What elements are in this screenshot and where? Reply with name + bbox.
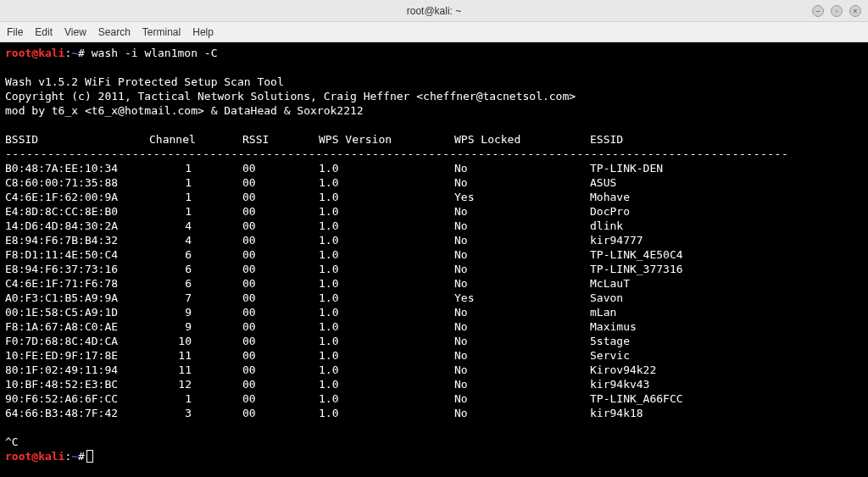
cell-wps_locked: No — [454, 276, 590, 291]
table-row: F0:7D:68:8C:4D:CA10001.0No5stage — [5, 334, 814, 348]
cell-wps_locked: No — [454, 247, 590, 262]
cell-wps_version: 1.0 — [319, 262, 454, 276]
cell-channel: 11 — [149, 348, 242, 363]
cell-wps_version: 1.0 — [319, 319, 454, 334]
table-row: C4:6E:1F:71:F6:786001.0NoMcLauT — [5, 276, 814, 291]
cell-essid: TP-LINK_377316 — [590, 262, 814, 276]
table-row: F8:1A:67:A8:C0:AE9001.0NoMaximus — [5, 319, 814, 334]
cell-essid: Mohave — [590, 190, 814, 204]
cell-wps_version: 1.0 — [319, 233, 454, 247]
cell-rssi: 00 — [242, 406, 319, 420]
cell-essid: TP-LINK_A66FCC — [590, 391, 814, 406]
cell-rssi: 00 — [242, 219, 319, 233]
banner-line-3: mod by t6_x <t6_x@hotmail.com> & DataHea… — [5, 104, 364, 117]
cell-essid: DocPro — [590, 204, 814, 219]
cell-rssi: 00 — [242, 276, 319, 291]
menu-edit[interactable]: Edit — [35, 26, 53, 38]
cell-wps_version: 1.0 — [319, 291, 454, 305]
cell-wps_locked: Yes — [454, 291, 590, 305]
table-row: B0:48:7A:EE:10:341001.0NoTP-LINK-DEN — [5, 161, 814, 175]
menu-view[interactable]: View — [64, 26, 86, 38]
cell-essid: McLauT — [590, 276, 814, 291]
col-rssi: RSSI — [242, 132, 319, 147]
cell-wps_version: 1.0 — [319, 175, 454, 190]
cell-essid: mLan — [590, 305, 814, 319]
titlebar[interactable]: root@kali: ~ – ◦ × — [0, 0, 868, 22]
cell-rssi: 00 — [242, 319, 319, 334]
cell-wps_version: 1.0 — [319, 247, 454, 262]
cell-wps_version: 1.0 — [319, 276, 454, 291]
table-row: F8:D1:11:4E:50:C46001.0NoTP-LINK_4E50C4 — [5, 247, 814, 262]
cell-channel: 7 — [149, 291, 242, 305]
cell-channel: 4 — [149, 219, 242, 233]
cell-wps_locked: No — [454, 219, 590, 233]
col-wps-version: WPS Version — [319, 132, 454, 147]
cell-channel: 6 — [149, 247, 242, 262]
cell-channel: 1 — [149, 391, 242, 406]
table-row: 14:D6:4D:84:30:2A4001.0Nodlink — [5, 219, 814, 233]
cell-essid: kir94kv43 — [590, 377, 814, 391]
col-channel: Channel — [149, 132, 242, 147]
dash-line: ----------------------------------------… — [5, 147, 814, 161]
cell-wps_locked: No — [454, 305, 590, 319]
menu-file[interactable]: File — [7, 26, 23, 38]
menubar: File Edit View Search Terminal Help — [0, 22, 868, 42]
table-row: 00:1E:58:C5:A9:1D9001.0NomLan — [5, 305, 814, 319]
menu-help[interactable]: Help — [192, 26, 214, 38]
cell-wps_version: 1.0 — [319, 204, 454, 219]
cell-essid: kir94k18 — [590, 406, 814, 420]
cell-bssid: 90:F6:52:A6:6F:CC — [5, 391, 149, 406]
table-row: C4:6E:1F:62:00:9A1001.0YesMohave — [5, 190, 814, 204]
cell-essid: TP-LINK-DEN — [590, 161, 814, 175]
prompt-hash: # — [78, 47, 85, 59]
cell-wps_locked: Yes — [454, 190, 590, 204]
cell-essid: Kirov94k22 — [590, 363, 814, 377]
cell-channel: 4 — [149, 233, 242, 247]
cell-wps_locked: No — [454, 319, 590, 334]
cell-rssi: 00 — [242, 247, 319, 262]
cell-wps_locked: No — [454, 204, 590, 219]
cell-wps_locked: No — [454, 377, 590, 391]
cell-bssid: 80:1F:02:49:11:94 — [5, 363, 149, 377]
window-controls: – ◦ × — [812, 5, 861, 17]
close-button[interactable]: × — [849, 5, 861, 17]
cell-bssid: F8:1A:67:A8:C0:AE — [5, 319, 149, 334]
cell-wps_version: 1.0 — [319, 219, 454, 233]
col-wps-locked: WPS Locked — [454, 132, 590, 147]
cell-essid: Servic — [590, 348, 814, 363]
cell-rssi: 00 — [242, 348, 319, 363]
maximize-button[interactable]: ◦ — [831, 5, 843, 17]
cell-essid: dlink — [590, 219, 814, 233]
cell-essid: Savon — [590, 291, 814, 305]
cell-rssi: 00 — [242, 363, 319, 377]
cell-rssi: 00 — [242, 233, 319, 247]
prompt-userhost: root@kali — [5, 47, 64, 59]
table-row: E8:94:F6:37:73:166001.0NoTP-LINK_377316 — [5, 262, 814, 276]
cell-wps_version: 1.0 — [319, 305, 454, 319]
cell-wps_version: 1.0 — [319, 406, 454, 420]
table-row: 64:66:B3:48:7F:423001.0Nokir94k18 — [5, 406, 814, 420]
cell-bssid: 10:BF:48:52:E3:BC — [5, 377, 149, 391]
prompt-hash-2: # — [78, 450, 85, 463]
table-row: A0:F3:C1:B5:A9:9A7001.0YesSavon — [5, 291, 814, 305]
cell-bssid: 10:FE:ED:9F:17:8E — [5, 348, 149, 363]
minimize-button[interactable]: – — [812, 5, 824, 17]
menu-search[interactable]: Search — [98, 26, 131, 38]
table-row: E8:94:F6:7B:B4:324001.0Nokir94777 — [5, 233, 814, 247]
cell-rssi: 00 — [242, 305, 319, 319]
banner-line-2: Copyright (c) 2011, Tactical Network Sol… — [5, 90, 576, 103]
terminal-window: root@kali: ~ – ◦ × File Edit View Search… — [0, 0, 868, 477]
table-row: 80:1F:02:49:11:9411001.0NoKirov94k22 — [5, 363, 814, 377]
cell-channel: 9 — [149, 319, 242, 334]
cell-bssid: C8:60:00:71:35:88 — [5, 175, 149, 190]
cell-wps_version: 1.0 — [319, 190, 454, 204]
cell-channel: 6 — [149, 262, 242, 276]
menu-terminal[interactable]: Terminal — [142, 26, 181, 38]
terminal-body[interactable]: root@kali:~# wash -i wlan1mon -C Wash v1… — [0, 42, 868, 477]
cell-bssid: F0:7D:68:8C:4D:CA — [5, 334, 149, 348]
cell-wps_version: 1.0 — [319, 334, 454, 348]
cell-rssi: 00 — [242, 161, 319, 175]
cell-wps_locked: No — [454, 334, 590, 348]
col-bssid: BSSID — [5, 132, 149, 147]
window-title: root@kali: ~ — [407, 5, 462, 17]
